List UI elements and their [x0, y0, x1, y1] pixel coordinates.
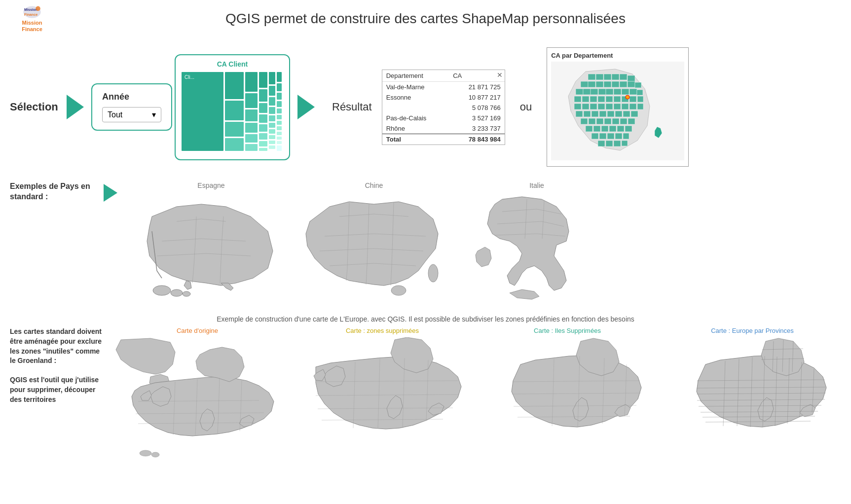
annee-dropdown[interactable]: Tout ▾ [102, 107, 161, 122]
svg-rect-109 [592, 133, 598, 139]
svg-rect-16 [259, 72, 267, 88]
svg-rect-69 [637, 90, 643, 95]
svg-rect-110 [599, 133, 606, 139]
svg-rect-30 [269, 129, 275, 134]
europe-map-1-label: Carte d'origine [177, 327, 218, 334]
total-label: Total [382, 134, 449, 144]
svg-rect-14 [245, 134, 258, 143]
svg-rect-10 [245, 72, 258, 92]
svg-rect-61 [576, 89, 583, 95]
svg-rect-48 [596, 74, 603, 80]
svg-rect-7 [225, 101, 244, 120]
svg-text:Finance: Finance [24, 12, 37, 17]
dept-cell [382, 103, 449, 113]
ca-table: Departement CA Val-de-Marne21 871 725Ess… [382, 70, 505, 144]
svg-rect-41 [277, 126, 282, 130]
svg-rect-34 [277, 72, 282, 82]
svg-rect-102 [628, 118, 635, 124]
svg-rect-62 [583, 89, 591, 95]
svg-rect-86 [629, 104, 636, 109]
svg-rect-17 [259, 89, 267, 102]
selection-label: Sélection [10, 101, 59, 113]
svg-text:Mission: Mission [24, 7, 37, 12]
svg-rect-68 [629, 89, 637, 95]
europe-map-4-label: Carte : Europe par Provinces [711, 327, 794, 334]
europe-map-2-svg [296, 337, 469, 461]
svg-rect-89 [584, 111, 591, 117]
svg-rect-27 [269, 107, 275, 114]
europe-map-4-svg [666, 337, 839, 461]
svg-rect-66 [614, 89, 621, 95]
europe-map-2-label: Carte : zones supprimées [346, 327, 419, 334]
svg-rect-24 [269, 72, 275, 84]
italy-label: Italie [529, 181, 544, 189]
svg-rect-113 [623, 133, 629, 139]
svg-point-119 [153, 286, 171, 295]
europe-map-4: Carte : Europe par Provinces [664, 327, 841, 461]
svg-rect-99 [604, 118, 611, 124]
table-row: Pas-de-Calais3 527 169 [382, 113, 505, 123]
svg-rect-90 [592, 111, 598, 117]
table-row: Rhône3 233 737 [382, 123, 505, 134]
svg-rect-53 [581, 81, 588, 87]
svg-point-118 [626, 95, 629, 99]
europe-description: Exemple de construction d'une carte de L… [10, 315, 841, 323]
svg-rect-83 [606, 104, 613, 109]
annee-value: Tout [108, 110, 122, 119]
svg-rect-78 [637, 96, 643, 102]
svg-rect-11 [245, 93, 258, 108]
europe-map-2: Carte : zones supprimées [294, 327, 471, 461]
svg-rect-13 [245, 123, 258, 133]
svg-rect-104 [593, 126, 600, 132]
svg-rect-19 [259, 114, 267, 123]
china-label: Chine [365, 181, 383, 189]
svg-rect-50 [612, 74, 619, 80]
svg-rect-116 [614, 141, 621, 146]
svg-rect-72 [590, 96, 597, 102]
svg-rect-6 [225, 72, 244, 99]
france-map-svg [551, 62, 684, 160]
svg-rect-88 [576, 111, 583, 117]
annee-label: Année [102, 92, 161, 102]
arrow-to-result [297, 95, 315, 119]
svg-rect-91 [599, 111, 606, 117]
svg-rect-105 [601, 126, 608, 132]
svg-rect-28 [269, 115, 275, 121]
svg-rect-38 [277, 108, 282, 113]
svg-rect-36 [277, 93, 282, 100]
china-map-item: Chine [300, 181, 448, 300]
svg-point-121 [183, 291, 190, 296]
svg-rect-45 [277, 145, 282, 151]
svg-rect-96 [581, 118, 588, 124]
svg-rect-29 [269, 123, 275, 128]
svg-rect-111 [607, 133, 614, 139]
ca-cell: 3 527 169 [449, 113, 505, 123]
ca-cell: 5 078 766 [449, 103, 505, 113]
france-map-title: CA par Departement [551, 52, 684, 59]
svg-rect-63 [591, 89, 598, 95]
svg-rect-9 [225, 138, 244, 151]
dept-cell: Val-de-Marne [382, 81, 449, 92]
page-title: QGIS permet de construire des cartes Sha… [54, 11, 841, 27]
svg-rect-64 [598, 89, 606, 95]
svg-rect-43 [277, 137, 282, 140]
logo: Mission Finance MissionFinance [10, 5, 54, 33]
svg-rect-8 [225, 122, 244, 137]
ca-cell: 10 877 217 [449, 92, 505, 103]
svg-rect-85 [622, 104, 629, 109]
close-button[interactable]: ✕ [497, 71, 503, 79]
logo-text: MissionFinance [22, 20, 42, 33]
svg-text:Cli...: Cli... [185, 74, 194, 80]
header: Mission Finance MissionFinance QGIS perm… [0, 0, 851, 37]
examples-section: Exemples de Pays en standard : Espagne [0, 177, 851, 310]
svg-rect-21 [259, 133, 267, 140]
svg-rect-37 [277, 101, 282, 107]
svg-point-3 [36, 6, 40, 11]
europe-map-3-label: Carte : Iles Supprimées [534, 327, 601, 334]
svg-rect-54 [588, 81, 595, 87]
annee-box: Année Tout ▾ [91, 83, 172, 131]
europe-cols: Les cartes standard doivent être aménagé… [10, 327, 841, 461]
chevron-down-icon: ▾ [152, 110, 156, 119]
svg-rect-81 [590, 104, 597, 109]
ca-cell: 3 233 737 [449, 123, 505, 134]
